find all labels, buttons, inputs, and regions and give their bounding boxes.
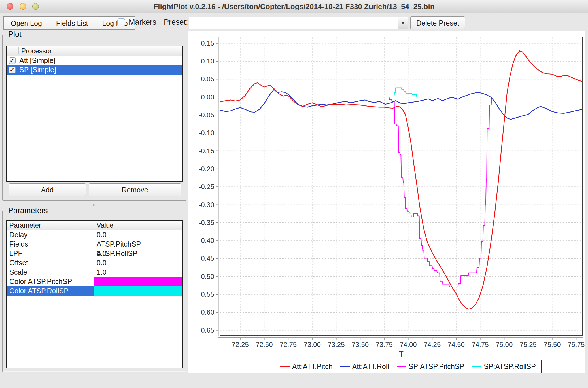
svg-text:-0.50: -0.50 bbox=[199, 273, 214, 280]
svg-text:0.15: 0.15 bbox=[201, 39, 214, 47]
parameters-groupbox: Parameters Parameter Value Delay 0.0 Fie… bbox=[2, 211, 186, 372]
svg-text:72.50: 72.50 bbox=[256, 341, 273, 348]
svg-text:74.00: 74.00 bbox=[400, 341, 417, 348]
svg-text:-0.35: -0.35 bbox=[199, 219, 214, 226]
column-separator bbox=[18, 47, 19, 54]
att-checkbox[interactable]: ✓ bbox=[9, 57, 16, 64]
param-row-color-rollsp[interactable]: Color ATSP.RollSP bbox=[7, 286, 182, 296]
value-column-header: Value bbox=[97, 221, 114, 230]
roll-line-swatch bbox=[340, 366, 350, 367]
preset-input[interactable] bbox=[191, 18, 396, 28]
table-row-sp[interactable]: ✓ SP [Simple] bbox=[7, 65, 182, 75]
svg-text:-0.55: -0.55 bbox=[199, 291, 214, 298]
open-log-button[interactable]: Open Log bbox=[4, 17, 49, 29]
param-value[interactable]: 0.0 bbox=[94, 230, 182, 239]
pitchsp-color-swatch[interactable] bbox=[94, 277, 182, 286]
preset-combobox[interactable]: ▼ bbox=[189, 17, 408, 29]
param-row-scale[interactable]: Scale 1.0 bbox=[7, 268, 182, 277]
svg-text:-0.65: -0.65 bbox=[199, 326, 214, 334]
remove-button[interactable]: Remove bbox=[89, 183, 181, 196]
splitter-divider[interactable] bbox=[0, 203, 187, 203]
param-value[interactable]: 0.0 bbox=[94, 258, 182, 268]
svg-text:-0.60: -0.60 bbox=[199, 308, 214, 316]
param-value[interactable]: ATSP.PitchSP ATSP.RollSP bbox=[94, 239, 182, 249]
legend-item-sp-pitchsp: SP:ATSP.PitchSP bbox=[397, 362, 464, 371]
param-name: Color ATSP.PitchSP bbox=[7, 277, 94, 286]
svg-text:-0.45: -0.45 bbox=[199, 255, 214, 262]
processor-table-header[interactable]: Processor bbox=[7, 46, 182, 56]
delete-preset-button[interactable]: Delete Preset bbox=[410, 16, 465, 29]
parameters-table: Parameter Value Delay 0.0 Fields ATSP.Pi… bbox=[6, 220, 183, 368]
preset-dropdown-button[interactable]: ▼ bbox=[398, 17, 408, 29]
svg-text:74.75: 74.75 bbox=[472, 341, 489, 348]
pitchsp-line-swatch bbox=[397, 366, 406, 367]
markers-label: Markers bbox=[129, 18, 156, 27]
param-value[interactable]: 1.0 bbox=[94, 268, 182, 277]
svg-text:T: T bbox=[399, 350, 404, 358]
parameter-column-header: Parameter bbox=[9, 221, 41, 230]
splitter-handle-icon[interactable] bbox=[93, 204, 95, 206]
sp-checkbox[interactable]: ✓ bbox=[9, 67, 16, 73]
svg-text:73.75: 73.75 bbox=[376, 341, 393, 348]
svg-text:73.25: 73.25 bbox=[328, 341, 345, 348]
column-separator bbox=[94, 222, 94, 229]
svg-text:75.75: 75.75 bbox=[568, 341, 585, 348]
param-row-color-pitchsp[interactable]: Color ATSP.PitchSP bbox=[7, 277, 182, 286]
att-row-label: Att [Simple] bbox=[19, 56, 56, 65]
legend-label: Att:ATT.Roll bbox=[352, 362, 389, 371]
sp-row-label: SP [Simple] bbox=[19, 66, 56, 74]
chart-panel: 0.150.100.050.00-0.05-0.10-0.15-0.20-0.2… bbox=[188, 31, 585, 373]
param-name: LPF bbox=[7, 249, 94, 258]
pitch-line-swatch bbox=[280, 366, 290, 367]
toolbar: Open Log Fields List Log Info Markers Pr… bbox=[0, 13, 588, 32]
fields-list-button[interactable]: Fields List bbox=[49, 17, 95, 29]
svg-text:74.25: 74.25 bbox=[424, 341, 441, 348]
svg-text:73.50: 73.50 bbox=[352, 341, 369, 348]
markers-checkbox[interactable] bbox=[117, 18, 125, 26]
rollsp-line-swatch bbox=[472, 366, 481, 367]
svg-text:-0.20: -0.20 bbox=[199, 165, 214, 173]
processor-table: Processor ✓ Att [Simple] ✓ SP [Simple] bbox=[6, 46, 183, 182]
svg-text:75.00: 75.00 bbox=[496, 341, 513, 348]
toolbar-button-group: Open Log Fields List Log Info bbox=[3, 16, 135, 30]
legend-item-att-roll: Att:ATT.Roll bbox=[340, 362, 389, 371]
svg-text:-0.30: -0.30 bbox=[199, 201, 214, 209]
param-row-delay[interactable]: Delay 0.0 bbox=[7, 230, 182, 239]
svg-text:0.00: 0.00 bbox=[201, 93, 214, 101]
svg-text:-0.40: -0.40 bbox=[199, 237, 214, 244]
rollsp-color-swatch[interactable] bbox=[94, 286, 182, 296]
svg-text:-0.25: -0.25 bbox=[199, 183, 214, 190]
param-name: Fields bbox=[7, 239, 94, 249]
param-name: Offset bbox=[7, 258, 94, 268]
svg-text:75.50: 75.50 bbox=[544, 341, 561, 348]
preset-label: Preset: bbox=[164, 18, 188, 27]
plot-groupbox: Plot Processor ✓ Att [Simple] ✓ SP [Simp… bbox=[2, 35, 186, 201]
param-row-offset[interactable]: Offset 0.0 bbox=[7, 258, 182, 268]
legend-label: SP:ATSP.PitchSP bbox=[409, 362, 464, 371]
svg-text:-0.15: -0.15 bbox=[199, 147, 214, 155]
table-row-att[interactable]: ✓ Att [Simple] bbox=[7, 56, 182, 65]
legend-item-sp-rollsp: SP:ATSP.RollSP bbox=[472, 362, 536, 371]
add-button[interactable]: Add bbox=[9, 183, 86, 196]
legend-label: SP:ATSP.RollSP bbox=[484, 362, 536, 371]
parameters-group-title: Parameters bbox=[6, 206, 50, 215]
window-title: FlightPlot v.0.2.16 - /Users/ton/Copter/… bbox=[0, 0, 588, 13]
svg-text:74.50: 74.50 bbox=[448, 341, 465, 348]
svg-text:-0.05: -0.05 bbox=[199, 111, 214, 119]
plot-group-title: Plot bbox=[6, 30, 24, 39]
title-bar: FlightPlot v.0.2.16 - /Users/ton/Copter/… bbox=[0, 0, 588, 13]
chart-canvas[interactable]: 0.150.100.050.00-0.05-0.10-0.15-0.20-0.2… bbox=[188, 31, 586, 373]
svg-text:75.25: 75.25 bbox=[520, 341, 537, 348]
svg-text:72.25: 72.25 bbox=[232, 341, 249, 348]
parameters-table-header[interactable]: Parameter Value bbox=[7, 221, 182, 230]
processor-column-header: Processor bbox=[21, 46, 52, 56]
param-row-lpf[interactable]: LPF 0.0 bbox=[7, 249, 182, 258]
param-name: Delay bbox=[7, 230, 94, 239]
param-name: Scale bbox=[7, 268, 94, 277]
param-value[interactable]: 0.0 bbox=[94, 249, 182, 258]
param-row-fields[interactable]: Fields ATSP.PitchSP ATSP.RollSP bbox=[7, 239, 182, 249]
svg-text:0.10: 0.10 bbox=[201, 57, 214, 65]
legend-item-att-pitch: Att:ATT.Pitch bbox=[280, 362, 333, 371]
svg-text:-0.10: -0.10 bbox=[199, 129, 214, 137]
flightplot-window: { "window": { "title": "FlightPlot v.0.2… bbox=[0, 0, 588, 388]
